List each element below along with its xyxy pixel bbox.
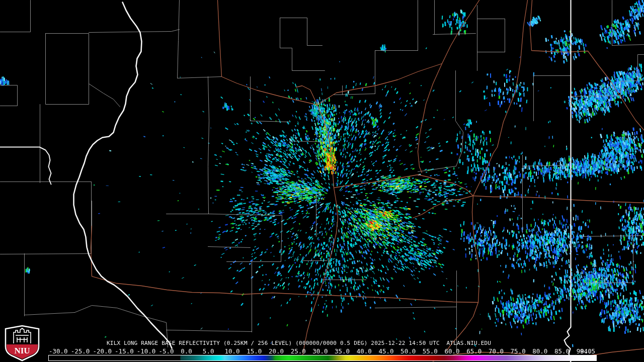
niu-logo: NIU — [3, 324, 43, 362]
radar-display: KILX LONG RANGE BASE REFLECTIVITY (0.25K… — [0, 0, 644, 362]
niu-logo-text: NIU — [14, 346, 30, 355]
radar-map-canvas — [0, 0, 644, 362]
